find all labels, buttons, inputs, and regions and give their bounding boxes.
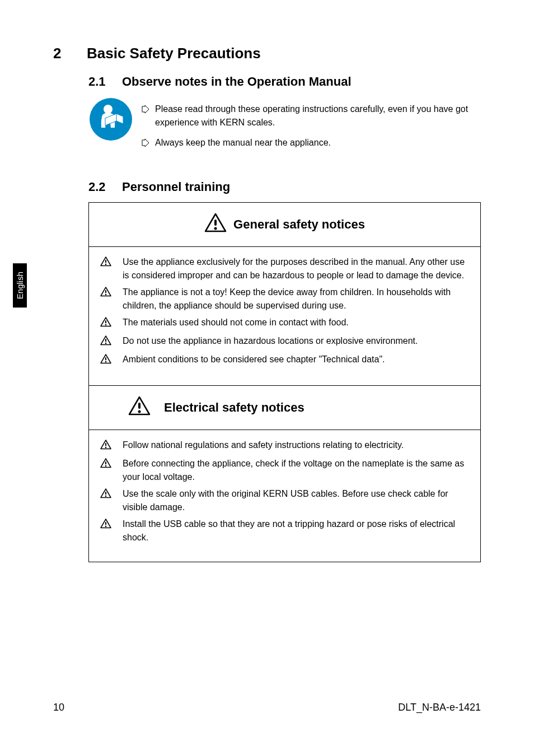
notice-item: Follow national regulations and safety i…	[100, 438, 469, 454]
notice-item-text: Use the scale only with the original KER…	[123, 487, 469, 514]
warning-icon-small	[100, 335, 111, 349]
subsection-title-1: Observe notes in the Operation Manual	[122, 74, 352, 88]
warning-icon-small	[100, 287, 111, 301]
svg-point-24	[105, 526, 107, 528]
warning-icon-small	[100, 256, 111, 270]
notice-item-text: Before connecting the appliance, check i…	[123, 457, 469, 484]
notice-item-text: The appliance is not a toy! Keep the dev…	[123, 286, 469, 312]
subsection-number-2: 2.2	[88, 180, 122, 194]
notice-header-text: General safety notices	[233, 217, 365, 232]
notice-box-general: General safety notices Use the appliance…	[88, 202, 481, 562]
notice-item-text: Follow national regulations and safety i…	[123, 438, 469, 452]
notice-item-text: Do not use the appliance in hazardous lo…	[123, 334, 469, 348]
notice-item: The materials used should not come in co…	[100, 316, 469, 331]
svg-rect-19	[105, 461, 106, 465]
arrow-bullet-icon	[142, 104, 149, 117]
notice-item: Use the scale only with the original KER…	[100, 487, 469, 514]
notice-item: Ambient conditions to be considered see …	[100, 353, 469, 368]
warning-icon-small	[100, 458, 111, 472]
svg-point-16	[138, 410, 141, 413]
svg-rect-3	[214, 220, 217, 226]
svg-point-1	[104, 105, 113, 114]
notice-header-general: General safety notices	[89, 203, 480, 247]
intro-list: Please read through these operating inst…	[142, 97, 481, 157]
warning-icon-small	[100, 354, 111, 368]
notice-item-text: Install the USB cable so that they are n…	[123, 517, 469, 544]
warning-icon-small	[100, 488, 111, 502]
footer: 10 DLT_N-BA-e-1421	[53, 702, 481, 713]
svg-point-12	[105, 343, 107, 344]
svg-point-6	[105, 264, 107, 265]
intro-row: Please read through these operating inst…	[88, 97, 481, 157]
svg-rect-11	[105, 339, 106, 342]
svg-rect-17	[105, 443, 106, 446]
subsection-number-1: 2.1	[88, 74, 122, 89]
notice-body-electrical: Follow national regulations and safety i…	[89, 430, 480, 562]
intro-item-text: Always keep the manual near the applianc…	[155, 136, 331, 150]
language-tab: English	[13, 263, 27, 307]
notice-item: Use the appliance exclusively for the pu…	[100, 255, 469, 282]
svg-point-10	[105, 324, 107, 326]
page-number: 10	[53, 702, 64, 713]
warning-icon-small	[100, 317, 111, 331]
notice-header-electrical: Electrical safety notices	[89, 385, 480, 430]
notice-item-text: Ambient conditions to be considered see …	[123, 353, 469, 366]
read-manual-icon	[88, 97, 133, 144]
subsection-header-2: 2.2Personnel training	[88, 180, 481, 194]
notice-header-text: Electrical safety notices	[164, 400, 305, 415]
notice-item-text: Use the appliance exclusively for the pu…	[123, 255, 469, 282]
notice-item: Install the USB cable so that they are n…	[100, 517, 469, 544]
svg-point-18	[105, 447, 107, 449]
notice-item: Do not use the appliance in hazardous lo…	[100, 334, 469, 349]
warning-icon-small	[100, 519, 111, 533]
svg-rect-5	[105, 260, 106, 263]
section-title: Basic Safety Precautions	[87, 45, 261, 62]
warning-icon	[204, 213, 227, 236]
doc-id: DLT_N-BA-e-1421	[398, 702, 481, 713]
svg-point-22	[105, 496, 107, 497]
svg-point-14	[105, 361, 107, 363]
svg-point-20	[105, 465, 107, 467]
warning-icon	[128, 396, 151, 419]
svg-rect-9	[105, 320, 106, 324]
subsection-header-1: 2.1Observe notes in the Operation Manual	[88, 74, 481, 89]
notice-item: Before connecting the appliance, check i…	[100, 457, 469, 484]
notice-body-general: Use the appliance exclusively for the pu…	[89, 247, 480, 385]
section-number: 2	[53, 45, 87, 62]
subsection-title-2: Personnel training	[122, 180, 230, 194]
intro-item: Please read through these operating inst…	[142, 102, 481, 129]
section-header: 2Basic Safety Precautions	[53, 45, 481, 62]
warning-icon-small	[100, 440, 111, 454]
notice-item-text: The materials used should not come in co…	[123, 316, 469, 329]
arrow-bullet-icon	[142, 137, 149, 151]
svg-point-4	[214, 227, 217, 230]
notice-item: The appliance is not a toy! Keep the dev…	[100, 286, 469, 312]
intro-item: Always keep the manual near the applianc…	[142, 136, 481, 151]
svg-rect-13	[105, 357, 106, 361]
svg-point-8	[105, 294, 107, 296]
svg-rect-23	[105, 522, 106, 525]
intro-item-text: Please read through these operating inst…	[155, 102, 481, 129]
svg-rect-15	[138, 403, 140, 409]
svg-rect-7	[105, 290, 106, 293]
svg-rect-21	[105, 492, 106, 495]
